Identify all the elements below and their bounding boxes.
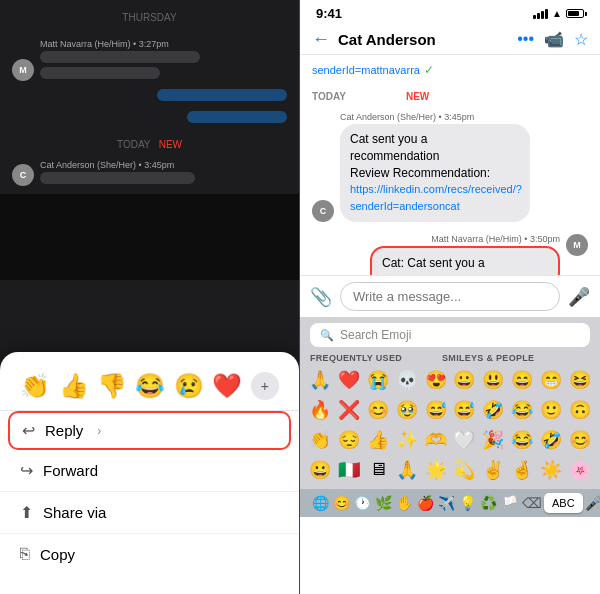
right-cat-bubble: Cat sent you a recommendation Review Rec… — [340, 124, 530, 222]
reply-arrow: › — [97, 424, 101, 438]
right-more-button[interactable]: ••• — [517, 30, 534, 49]
hand-icon[interactable]: ✋ — [394, 493, 415, 513]
leaf-icon[interactable]: 🌿 — [373, 493, 394, 513]
matt-bubble-1 — [40, 51, 200, 63]
emoji-search-icon: 🔍 — [320, 329, 334, 342]
attach-icon[interactable]: 📎 — [310, 286, 332, 308]
reaction-laugh[interactable]: 😂 — [135, 372, 165, 400]
emoji-search-placeholder: Search Emoji — [340, 328, 411, 342]
share-icon: ⬆ — [20, 503, 33, 522]
emoji-keyboard: 🔍 Search Emoji FREQUENTLY USED SMILEYS &… — [300, 317, 600, 517]
right-status-icons: ▲ — [533, 8, 584, 19]
outgoing-bubble-1 — [157, 89, 287, 101]
matt-avatar: M — [12, 59, 34, 81]
share-label: Share via — [43, 504, 106, 521]
section1-label: FREQUENTLY USED — [310, 353, 402, 363]
right-cat-avatar: C — [312, 200, 334, 222]
reaction-heart[interactable]: ❤️ — [212, 372, 242, 400]
outgoing-bubble-2 — [187, 111, 287, 123]
emoji-row4: 😀 🇮🇹 🖥 🙏 🌟 💫 ✌️ 🤞 ☀️ 🌸 — [300, 455, 600, 485]
object-icon[interactable]: 💡 — [457, 493, 478, 513]
right-signal-icon — [533, 9, 548, 19]
forward-icon: ↪ — [20, 461, 33, 480]
food-icon[interactable]: 🍎 — [415, 493, 436, 513]
reaction-thumbsdown[interactable]: 👎 — [97, 372, 127, 400]
url-link[interactable]: senderId=mattnavarra — [312, 64, 420, 76]
message-input[interactable] — [340, 282, 560, 311]
right-matt-bubble: Cat: Cat sent you a recommendation Revie… — [370, 246, 560, 275]
context-bottom-sheet: 👏 👍 👎 😂 😢 ❤️ + ↩ Reply › ↪ Forward ⬆ Sha… — [0, 352, 299, 594]
travel-icon[interactable]: ✈️ — [436, 493, 457, 513]
emoji-section-headers: FREQUENTLY USED SMILEYS & PEOPLE — [300, 351, 600, 365]
right-msg-row-1 — [12, 87, 287, 103]
emoji-search-bar[interactable]: 🔍 Search Emoji — [310, 323, 590, 347]
right-wifi-icon: ▲ — [552, 8, 562, 19]
smiley-icon[interactable]: 😊 — [331, 493, 352, 513]
right-back-button[interactable]: ← — [312, 29, 330, 50]
matt-bubble-2 — [40, 67, 160, 79]
matt-bubble-text: Cat: Cat sent you a recommendation Revie… — [382, 256, 598, 275]
matt-sender-info: Matt Navarra (He/Him) • 3:27pm — [40, 39, 200, 49]
reply-icon: ↩ — [22, 421, 35, 440]
left-phone: 9:41 ▲ ← Cat Anderson ••• 📹 ☆ THURSDAY — [0, 0, 300, 594]
right-header-actions: ••• 📹 ☆ — [517, 30, 588, 49]
emoji-row1: 🙏 ❤️ 😭 💀 😍 😀 😃 😄 😁 😆 — [300, 365, 600, 395]
emoji-row2: 🔥 ❌ 😊 🥹 😅 😅 🤣 😂 🙂 🙃 — [300, 395, 600, 425]
right-msg-row-2 — [12, 109, 287, 125]
cat-url[interactable]: https://linkedin.com/recs/received/?send… — [350, 183, 522, 212]
cat-bubble — [40, 172, 195, 184]
today-new-row: TODAY NEW — [312, 91, 588, 102]
forward-menu-item[interactable]: ↪ Forward — [0, 450, 299, 492]
reaction-cry[interactable]: 😢 — [174, 372, 204, 400]
cat-msg1: Cat sent you a recommendation — [350, 132, 439, 163]
forward-label: Forward — [43, 462, 98, 479]
right-matt-row: M Matt Navarra (He/Him) • 3:50pm Cat: Ca… — [312, 234, 588, 275]
mic-kb-icon[interactable]: 🎤 — [583, 493, 600, 513]
right-chat-area: senderId=mattnavarra ✓ TODAY NEW C Cat A… — [300, 55, 600, 275]
message-input-bar: 📎 🎤 — [300, 275, 600, 317]
dimmed-overlay: THURSDAY M Matt Navarra (He/Him) • 3:27p… — [0, 0, 299, 280]
reply-menu-item[interactable]: ↩ Reply › — [8, 411, 291, 450]
verified-icon: ✓ — [424, 63, 434, 77]
cat-msg2: Review Recommendation: — [350, 166, 490, 180]
flag-icon[interactable]: 🏳️ — [499, 493, 520, 513]
matt-msg-row: M Matt Navarra (He/Him) • 3:27pm — [12, 39, 287, 81]
copy-icon: ⎘ — [20, 545, 30, 563]
right-time: 9:41 — [316, 6, 342, 21]
keyboard-bottom-bar: 🌐 😊 🕐 🌿 ✋ 🍎 ✈️ 💡 ♻️ 🏳️ ⌫ ABC 🎤 — [300, 489, 600, 517]
share-menu-item[interactable]: ⬆ Share via — [0, 492, 299, 534]
right-battery-icon — [566, 9, 584, 18]
right-cat-sender: Cat Anderson (She/Her) • 3:45pm — [340, 112, 530, 122]
symbol-icon[interactable]: ♻️ — [478, 493, 499, 513]
clock-icon[interactable]: 🕐 — [352, 493, 373, 513]
url-line: senderId=mattnavarra ✓ — [312, 63, 588, 77]
left-chat-area: THURSDAY M Matt Navarra (He/Him) • 3:27p… — [0, 0, 299, 194]
reply-label: Reply — [45, 422, 83, 439]
reaction-clap[interactable]: 👏 — [20, 372, 50, 400]
cat-avatar: C — [12, 164, 34, 186]
right-status-bar: 9:41 ▲ — [300, 0, 600, 25]
abc-button[interactable]: ABC — [544, 493, 583, 513]
today-label-left: TODAY NEW — [12, 139, 287, 150]
add-reaction-button[interactable]: + — [251, 372, 279, 400]
today-label-right: TODAY — [312, 91, 346, 102]
right-cat-row: C Cat Anderson (She/Her) • 3:45pm Cat se… — [312, 112, 588, 222]
copy-menu-item[interactable]: ⎘ Copy — [0, 534, 299, 574]
thursday-label: THURSDAY — [12, 12, 287, 23]
section2-label: SMILEYS & PEOPLE — [442, 353, 534, 363]
emoji-reaction-row: 👏 👍 👎 😂 😢 ❤️ + — [0, 364, 299, 411]
cat-msg-row: C Cat Anderson (She/Her) • 3:45pm — [12, 160, 287, 186]
cat-sender-info: Cat Anderson (She/Her) • 3:45pm — [40, 160, 195, 170]
delete-icon[interactable]: ⌫ — [520, 493, 544, 513]
globe-icon[interactable]: 🌐 — [310, 493, 331, 513]
right-video-button[interactable]: 📹 — [544, 30, 564, 49]
reaction-thumbsup[interactable]: 👍 — [59, 372, 89, 400]
right-star-button[interactable]: ☆ — [574, 30, 588, 49]
emoji-row3: 👏 😔 👍 ✨ 🫶 🤍 🎉 😂 🤣 😊 — [300, 425, 600, 455]
copy-label: Copy — [40, 546, 75, 563]
right-phone: 9:41 ▲ ← Cat Anderson ••• 📹 ☆ senderId — [300, 0, 600, 594]
right-matt-sender: Matt Navarra (He/Him) • 3:50pm — [370, 234, 560, 244]
right-contact-name: Cat Anderson — [338, 31, 509, 48]
mic-icon[interactable]: 🎤 — [568, 286, 590, 308]
new-badge: NEW — [406, 91, 429, 102]
